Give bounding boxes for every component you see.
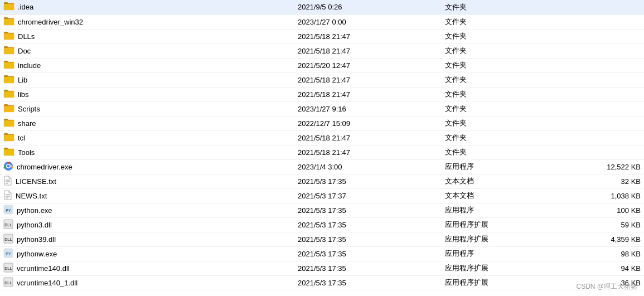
file-type: 文件夹 (442, 130, 552, 145)
table-row[interactable]: DLL vcruntime140_1.dll2021/5/3 17:35应用程序… (0, 275, 644, 290)
table-row[interactable]: include2021/5/20 12:47文件夹 (0, 58, 644, 72)
file-name-label: .idea (18, 3, 33, 11)
file-name: Lib (0, 72, 294, 87)
file-date: 2021/5/3 17:35 (294, 261, 442, 275)
table-row[interactable]: Doc2021/5/18 21:47文件夹 (0, 43, 644, 58)
file-name: PY pythonw.exe (0, 246, 294, 261)
file-name: libs (0, 87, 294, 101)
file-type: 文本文档 (442, 174, 552, 188)
svg-point-2 (7, 164, 10, 167)
table-row[interactable]: DLL python39.dll2021/5/3 17:35应用程序扩展4,35… (0, 232, 644, 246)
table-row[interactable]: libs2021/5/18 21:47文件夹 (0, 87, 644, 101)
svg-text:DLL: DLL (4, 223, 12, 227)
dll-icon: DLL (3, 234, 13, 245)
file-size (552, 0, 644, 14)
file-type: 文件夹 (442, 72, 552, 87)
table-row[interactable]: tcl2021/5/18 21:47文件夹 (0, 130, 644, 145)
file-date: 2021/5/18 21:47 (294, 87, 442, 101)
file-name-label: pythonw.exe (17, 250, 57, 258)
folder-icon (3, 46, 14, 56)
file-size (552, 145, 644, 159)
file-list: .idea2021/9/5 0:26文件夹 chromedriver_win32… (0, 0, 644, 290)
file-name-label: Tools (18, 148, 35, 157)
txt-icon (3, 176, 12, 187)
file-type: 应用程序 (442, 246, 552, 261)
file-size: 59 KB (552, 217, 644, 232)
exe-chrome-icon (3, 161, 13, 173)
file-name: .idea (0, 0, 294, 14)
file-type: 应用程序 (442, 159, 552, 174)
file-name: share (0, 116, 294, 130)
file-type: 应用程序扩展 (442, 275, 552, 290)
table-row[interactable]: chromedriver.exe2023/1/4 3:00应用程序12,522 … (0, 159, 644, 174)
file-date: 2022/12/7 15:09 (294, 116, 442, 130)
svg-text:DLL: DLL (4, 266, 12, 270)
file-date: 2021/5/3 17:35 (294, 246, 442, 261)
file-size (552, 101, 644, 116)
table-row[interactable]: Scripts2023/1/27 9:16文件夹 (0, 101, 644, 116)
file-type: 文件夹 (442, 14, 552, 29)
file-size: 98 KB (552, 246, 644, 261)
file-type: 文件夹 (442, 116, 552, 130)
table-row[interactable]: DLLs2021/5/18 21:47文件夹 (0, 29, 644, 43)
table-row[interactable]: chromedriver_win322023/1/27 0:00文件夹 (0, 14, 644, 29)
file-size: 94 KB (552, 261, 644, 275)
folder-icon (3, 147, 14, 158)
table-row[interactable]: Lib2021/5/18 21:47文件夹 (0, 72, 644, 87)
svg-text:PY: PY (6, 208, 11, 212)
file-date: 2021/5/18 21:47 (294, 145, 442, 159)
table-row[interactable]: PY pythonw.exe2021/5/3 17:35应用程序98 KB (0, 246, 644, 261)
file-date: 2023/1/27 9:16 (294, 101, 442, 116)
watermark: CSDN @理工大猪猪 (576, 282, 637, 290)
table-row[interactable]: DLL vcruntime140.dll2021/5/3 17:35应用程序扩展… (0, 261, 644, 275)
exe-py-icon: PY (3, 248, 13, 260)
folder-icon (3, 89, 14, 100)
file-size: 1,038 KB (552, 188, 644, 203)
file-name: DLLs (0, 29, 294, 43)
file-type: 文件夹 (442, 145, 552, 159)
svg-text:DLL: DLL (4, 281, 12, 285)
file-type: 文件夹 (442, 58, 552, 72)
file-name-label: include (18, 61, 41, 70)
file-type: 文件夹 (442, 29, 552, 43)
file-type: 应用程序 (442, 203, 552, 217)
table-row[interactable]: LICENSE.txt2021/5/3 17:35文本文档32 KB (0, 174, 644, 188)
file-name: chromedriver_win32 (0, 14, 294, 29)
table-row[interactable]: PY python.exe2021/5/3 17:35应用程序100 KB (0, 203, 644, 217)
folder-icon (3, 17, 14, 27)
file-date: 2023/1/27 0:00 (294, 14, 442, 29)
exe-py-icon: PY (3, 205, 13, 216)
file-type: 文件夹 (442, 0, 552, 14)
file-name: DLL python3.dll (0, 217, 294, 232)
table-row[interactable]: NEWS.txt2021/5/3 17:37文本文档1,038 KB (0, 188, 644, 203)
table-row[interactable]: .idea2021/9/5 0:26文件夹 (0, 0, 644, 14)
file-name: include (0, 58, 294, 72)
folder-icon (3, 104, 14, 114)
file-name: tcl (0, 130, 294, 145)
file-date: 2021/5/18 21:47 (294, 29, 442, 43)
file-type: 应用程序扩展 (442, 217, 552, 232)
file-date: 2021/5/18 21:47 (294, 130, 442, 145)
file-name-label: tcl (18, 134, 25, 142)
file-size (552, 130, 644, 145)
file-size (552, 43, 644, 58)
file-date: 2021/5/3 17:35 (294, 217, 442, 232)
file-date: 2021/5/3 17:37 (294, 188, 442, 203)
dll-icon: DLL (3, 219, 13, 231)
svg-text:DLL: DLL (4, 237, 12, 241)
dll-icon: DLL (3, 277, 13, 289)
file-name-label: vcruntime140.dll (17, 264, 70, 273)
table-row[interactable]: Tools2021/5/18 21:47文件夹 (0, 145, 644, 159)
file-name-label: chromedriver_win32 (18, 18, 83, 26)
table-row[interactable]: DLL python3.dll2021/5/3 17:35应用程序扩展59 KB (0, 217, 644, 232)
table-row[interactable]: share2022/12/7 15:09文件夹 (0, 116, 644, 130)
file-name: Tools (0, 145, 294, 159)
file-size: 12,522 KB (552, 159, 644, 174)
svg-text:PY: PY (6, 252, 11, 256)
file-name: Doc (0, 43, 294, 58)
file-size: 4,359 KB (552, 232, 644, 246)
file-name: DLL vcruntime140_1.dll (0, 275, 294, 290)
file-type: 文件夹 (442, 43, 552, 58)
file-name-label: Scripts (18, 105, 40, 113)
file-name-label: NEWS.txt (16, 192, 47, 200)
